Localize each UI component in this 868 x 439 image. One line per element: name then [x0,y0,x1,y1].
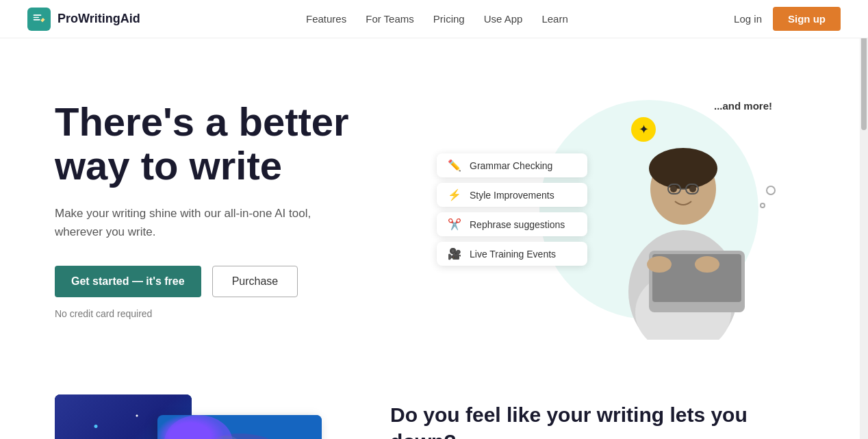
feature-card-style: ⚡ Style Improvements [437,183,587,207]
section2: My idea in my head Do you feel like your… [0,367,868,439]
svg-point-7 [670,186,677,192]
feature-label-training: Live Training Events [470,249,556,260]
logo-icon [27,8,51,31]
nav-link-use-app[interactable]: Use App [484,13,523,25]
svg-point-25 [164,415,233,439]
svg-point-18 [115,403,118,406]
svg-point-8 [689,186,696,192]
svg-point-15 [695,256,719,273]
svg-point-14 [647,256,672,273]
hero-content: There's a better way to write Make your … [55,100,438,319]
purchase-button[interactable]: Purchase [212,266,298,297]
nav-link-features[interactable]: Features [306,13,346,25]
svg-rect-1 [34,16,39,18]
svg-point-27 [205,436,246,439]
style-icon: ⚡ [446,188,463,201]
nav-link-learn[interactable]: Learn [541,13,567,25]
hero-title: There's a better way to write [55,100,438,188]
feature-label-rephrase: Rephrase suggestions [470,219,565,230]
section2-right: Do you feel like your writing lets you d… [390,394,813,439]
svg-point-24 [185,434,294,439]
svg-rect-23 [157,415,322,439]
get-started-button[interactable]: Get started — it's free [55,266,201,297]
painting-stack: My idea in my head [55,394,315,439]
hero-buttons: Get started — it's free Purchase [55,266,438,297]
feature-card-training: 🎥 Live Training Events [437,242,587,266]
section2-left: My idea in my head [55,394,349,439]
svg-point-19 [156,407,159,410]
grammar-icon: ✏️ [446,159,463,172]
svg-point-6 [649,148,717,189]
training-icon: 🎥 [446,247,463,260]
rephrase-icon: ✂️ [446,218,463,231]
nav-links: Features For Teams Pricing Use App Learn [306,13,568,25]
feature-card-grammar: ✏️ Grammar Checking [437,153,587,177]
person-illustration [608,100,758,340]
nav-actions: Log in Sign up [734,7,841,31]
svg-rect-2 [34,19,40,21]
decorative-circle-1 [766,186,776,195]
section2-title: Do you feel like your writing lets you d… [390,401,813,439]
svg-rect-0 [34,14,42,16]
hero-subtitle: Make your writing shine with our all-in-… [55,204,356,241]
feature-card-rephrase: ✂️ Rephrase suggestions [437,212,587,236]
login-button[interactable]: Log in [734,13,762,25]
no-credit-card-text: No credit card required [55,308,438,319]
decorative-circle-2 [760,203,765,208]
svg-point-17 [73,410,77,414]
nav-link-pricing[interactable]: Pricing [433,13,465,25]
signup-button[interactable]: Sign up [773,7,841,31]
brand-logo-link[interactable]: ProWritingAid [27,8,140,31]
feature-cards: ✏️ Grammar Checking ⚡ Style Improvements… [437,153,587,266]
svg-point-20 [95,421,97,423]
hero-section: There's a better way to write Make your … [0,38,868,367]
nav-link-for-teams[interactable]: For Teams [366,13,414,25]
feature-label-style: Style Improvements [470,190,554,201]
hero-illustration: ...and more! ✦ ✏️ Grammar Checking ⚡ Sty… [438,79,813,340]
feature-label-grammar: Grammar Checking [470,160,552,171]
navbar: ProWritingAid Features For Teams Pricing… [0,0,868,38]
brand-name: ProWritingAid [58,12,140,26]
painting-foreground [157,415,322,439]
